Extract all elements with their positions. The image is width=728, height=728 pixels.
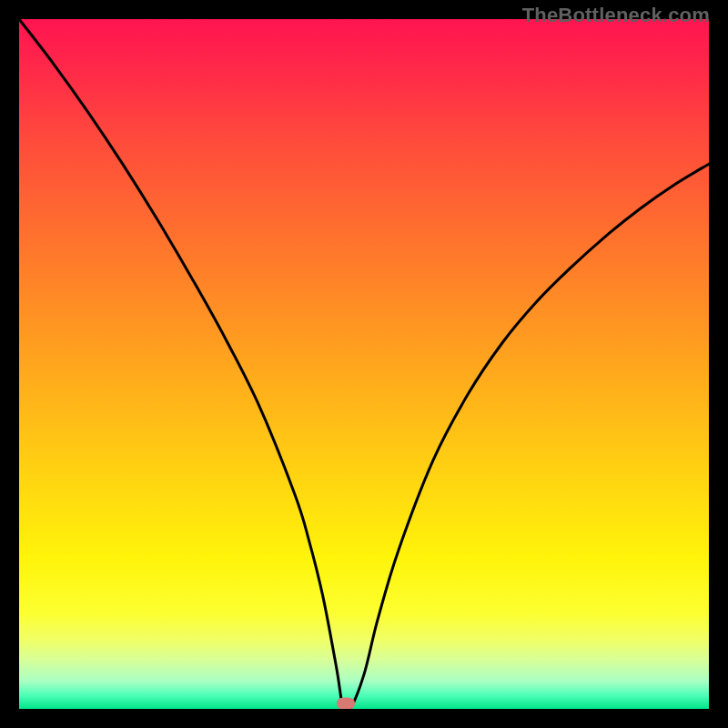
watermark-text: TheBottleneck.com xyxy=(522,4,710,27)
plot-area xyxy=(19,19,709,709)
chart-frame: TheBottleneck.com xyxy=(0,0,728,728)
minimum-marker xyxy=(337,697,355,709)
bottleneck-curve xyxy=(19,19,709,709)
